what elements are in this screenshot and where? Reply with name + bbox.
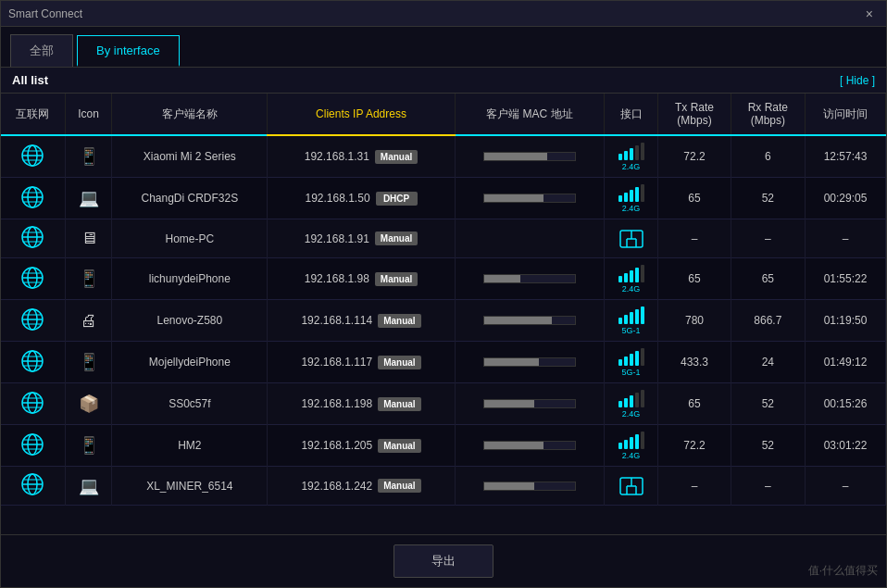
cell-access-time: 00:15:26 xyxy=(806,383,886,425)
cell-name: SS0c57f xyxy=(112,383,268,425)
cell-interface: 2.4G xyxy=(604,258,657,300)
section-title: All list xyxy=(12,73,48,87)
cell-ip: 192.168.1.114 Manual xyxy=(268,300,456,342)
footer-bar: 导出 xyxy=(1,534,886,587)
table-row: 💻 ChangDi CRDF32S 192.168.1.50 DHCP 2.4G… xyxy=(1,178,886,219)
col-access-time: 访问时间 xyxy=(806,94,886,135)
cell-interface: 2.4G xyxy=(604,425,657,467)
ip-badge: Manual xyxy=(375,231,418,245)
client-table-container: 互联网 Icon 客户端名称 Clients IP Address 客户端 MA… xyxy=(1,94,886,534)
cell-tx-rate: – xyxy=(658,467,731,506)
cell-rx-rate: 52 xyxy=(731,425,805,467)
col-ip: Clients IP Address xyxy=(268,94,456,135)
table-header-row: 互联网 Icon 客户端名称 Clients IP Address 客户端 MA… xyxy=(1,94,886,135)
cell-access-time: 01:49:12 xyxy=(806,342,886,383)
watermark: 值·什么值得买 xyxy=(808,563,878,579)
cell-rx-rate: 65 xyxy=(731,258,805,300)
cell-interface: 2.4G xyxy=(604,383,657,425)
col-mac: 客户端 MAC 地址 xyxy=(455,94,604,135)
cell-ip: 192.168.1.242 Manual xyxy=(268,467,456,506)
cell-mac xyxy=(455,300,604,342)
cell-access-time: 12:57:43 xyxy=(806,135,886,178)
cell-internet xyxy=(1,258,65,300)
close-button[interactable]: × xyxy=(860,5,879,23)
cell-mac xyxy=(455,219,604,258)
cell-interface xyxy=(604,219,657,258)
cell-rx-rate: – xyxy=(731,219,805,258)
cell-tx-rate: 65 xyxy=(658,383,731,425)
cell-icon: 📱 xyxy=(65,135,112,178)
cell-interface: 2.4G xyxy=(604,135,657,178)
table-row: 📱 MojellydeiPhone 192.168.1.117 Manual 5… xyxy=(1,342,886,383)
col-rx-rate: Rx Rate(Mbps) xyxy=(731,94,805,135)
export-button[interactable]: 导出 xyxy=(394,544,493,578)
cell-internet xyxy=(1,300,65,342)
cell-icon: 📱 xyxy=(65,342,112,383)
ip-badge: Manual xyxy=(378,356,420,369)
cell-ip: 192.168.1.205 Manual xyxy=(268,425,456,467)
cell-tx-rate: 72.2 xyxy=(658,135,731,178)
cell-icon: 🖨 xyxy=(65,300,112,342)
cell-name: Xiaomi Mi 2 Series xyxy=(112,135,268,178)
table-row: 📱 Xiaomi Mi 2 Series 192.168.1.31 Manual… xyxy=(1,135,886,178)
cell-rx-rate: 52 xyxy=(731,383,805,425)
cell-mac xyxy=(455,342,604,383)
table-row: 📦 SS0c57f 192.168.1.198 Manual 2.4G 65 5… xyxy=(1,383,886,425)
cell-icon: 🖥 xyxy=(65,219,112,258)
ip-badge: Manual xyxy=(378,439,420,453)
cell-access-time: – xyxy=(806,219,886,258)
cell-icon: 📱 xyxy=(65,258,112,300)
hide-button[interactable]: [ Hide ] xyxy=(840,74,875,87)
cell-access-time: – xyxy=(806,467,886,506)
cell-tx-rate: 65 xyxy=(658,178,731,219)
cell-name: XL_MINER_6514 xyxy=(112,467,268,506)
cell-name: MojellydeiPhone xyxy=(112,342,268,383)
cell-name: lichunydeiPhone xyxy=(112,258,268,300)
cell-mac xyxy=(455,178,604,219)
cell-ip: 192.168.1.91 Manual xyxy=(268,219,456,258)
cell-internet xyxy=(1,135,65,178)
cell-ip: 192.168.1.50 DHCP xyxy=(268,178,456,219)
cell-tx-rate: 433.3 xyxy=(658,342,731,383)
tab-all[interactable]: 全部 xyxy=(10,34,73,67)
col-tx-rate: Tx Rate(Mbps) xyxy=(658,94,731,135)
cell-interface: 2.4G xyxy=(604,178,657,219)
cell-mac xyxy=(455,135,604,178)
cell-rx-rate: 866.7 xyxy=(731,300,805,342)
cell-name: ChangDi CRDF32S xyxy=(112,178,268,219)
cell-tx-rate: 72.2 xyxy=(658,425,731,467)
cell-ip: 192.168.1.117 Manual xyxy=(268,342,456,383)
title-bar: Smart Connect × xyxy=(1,1,886,27)
cell-internet xyxy=(1,342,65,383)
cell-icon: 💻 xyxy=(65,467,112,506)
cell-ip: 192.168.1.31 Manual xyxy=(268,135,456,178)
client-table: 互联网 Icon 客户端名称 Clients IP Address 客户端 MA… xyxy=(1,94,886,506)
cell-internet xyxy=(1,467,65,506)
ip-badge: Manual xyxy=(375,272,418,286)
ip-badge: Manual xyxy=(378,314,420,328)
cell-mac xyxy=(455,425,604,467)
cell-tx-rate: – xyxy=(658,219,731,258)
cell-rx-rate: 52 xyxy=(731,178,805,219)
cell-internet xyxy=(1,178,65,219)
tab-by-interface[interactable]: By interface xyxy=(77,35,180,67)
cell-mac xyxy=(455,383,604,425)
cell-interface: 5G-1 xyxy=(604,342,657,383)
cell-ip: 192.168.1.198 Manual xyxy=(268,383,456,425)
cell-tx-rate: 780 xyxy=(658,300,731,342)
cell-interface: 5G-1 xyxy=(604,300,657,342)
cell-access-time: 01:55:22 xyxy=(806,258,886,300)
col-icon: Icon xyxy=(65,94,112,135)
main-window: Smart Connect × 全部 By interface All list… xyxy=(0,0,887,588)
cell-mac xyxy=(455,467,604,506)
table-row: 📱 HM2 192.168.1.205 Manual 2.4G 72.2 52 … xyxy=(1,425,886,467)
cell-icon: 📦 xyxy=(65,383,112,425)
cell-internet xyxy=(1,383,65,425)
cell-icon: 📱 xyxy=(65,425,112,467)
cell-rx-rate: 6 xyxy=(731,135,805,178)
cell-internet xyxy=(1,219,65,258)
ip-badge: DHCP xyxy=(376,192,418,206)
cell-internet xyxy=(1,425,65,467)
cell-access-time: 03:01:22 xyxy=(806,425,886,467)
title-bar-left: Smart Connect xyxy=(8,7,82,20)
